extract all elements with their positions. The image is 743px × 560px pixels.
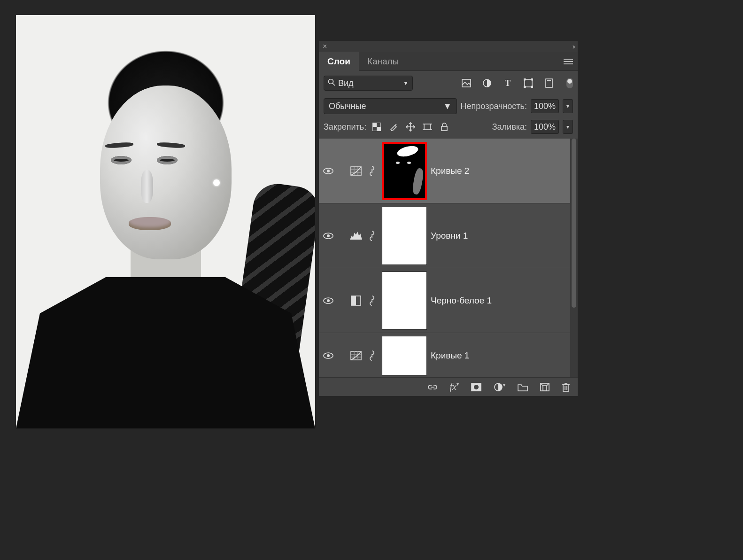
lock-all-icon[interactable] [440, 122, 449, 132]
svg-point-10 [524, 86, 526, 88]
layer-mask-thumb[interactable] [382, 142, 427, 200]
svg-point-34 [327, 234, 330, 237]
svg-point-26 [327, 170, 330, 172]
opacity-chevron[interactable]: ▾ [563, 99, 573, 113]
document-canvas[interactable] [16, 15, 315, 428]
lock-label: Закрепить: [324, 122, 366, 132]
svg-rect-19 [424, 124, 431, 130]
adjustment-thumb[interactable] [346, 232, 366, 240]
svg-rect-7 [525, 79, 532, 87]
adjustment-thumb[interactable] [346, 296, 366, 306]
layer-name[interactable]: Черно-белое 1 [431, 296, 492, 306]
adjust-filter-icon[interactable] [482, 78, 492, 88]
layer-mask-thumb[interactable] [382, 272, 427, 330]
opacity-value[interactable]: 100% [531, 99, 559, 113]
visibility-toggle[interactable] [319, 232, 338, 240]
visibility-toggle[interactable] [319, 352, 338, 359]
lock-brush-icon[interactable] [389, 122, 398, 132]
lock-move-icon[interactable] [406, 122, 415, 132]
mask-link-icon[interactable] [366, 296, 378, 306]
visibility-toggle[interactable] [319, 167, 338, 175]
tab-channels[interactable]: Каналы [359, 52, 407, 71]
svg-rect-13 [547, 80, 551, 81]
layer-name[interactable]: Кривые 1 [431, 350, 469, 361]
close-panel-icon[interactable]: × [323, 42, 327, 51]
svg-point-50 [474, 385, 479, 389]
blend-mode-select[interactable]: Обычные ▼ [324, 98, 457, 114]
mask-icon[interactable] [471, 383, 481, 391]
chevron-down-icon: ▼ [443, 101, 452, 111]
svg-line-4 [333, 83, 335, 86]
trash-icon[interactable] [562, 382, 570, 392]
layer-kind-select[interactable]: Вид ▼ [324, 76, 413, 91]
svg-rect-15 [377, 127, 381, 131]
blend-mode-value: Обычные [329, 101, 366, 111]
mask-link-icon[interactable] [366, 166, 378, 176]
kind-label: Вид [338, 78, 354, 88]
search-icon [328, 78, 335, 88]
new-layer-icon[interactable] [540, 383, 550, 391]
svg-rect-53 [543, 386, 547, 391]
portrait-image [16, 15, 315, 428]
layer-name[interactable]: Кривые 2 [431, 166, 469, 176]
lock-transparency-icon[interactable] [372, 122, 381, 132]
tab-layers[interactable]: Слои [319, 52, 359, 71]
svg-rect-14 [372, 123, 377, 127]
fill-chevron[interactable]: ▾ [563, 120, 573, 134]
shape-filter-icon[interactable] [523, 78, 534, 88]
mask-link-icon[interactable] [366, 350, 378, 361]
fill-value[interactable]: 100% [531, 120, 559, 134]
collapse-panel-icon[interactable]: ›› [573, 43, 574, 50]
layer-row-curves1[interactable]: Кривые 1 [319, 333, 570, 377]
visibility-toggle[interactable] [319, 297, 338, 304]
smart-filter-icon[interactable] [544, 78, 554, 88]
svg-point-42 [327, 354, 330, 357]
layer-row-levels1[interactable]: Уровни 1 [319, 203, 570, 268]
layers-scrollbar[interactable] [570, 139, 578, 377]
svg-point-9 [531, 78, 533, 80]
chevron-down-icon: ▼ [403, 80, 409, 86]
layer-mask-thumb[interactable] [382, 207, 427, 265]
filter-toggle[interactable] [566, 78, 573, 88]
lock-artboard-icon[interactable] [423, 122, 432, 132]
fx-icon[interactable]: fx ▾ [450, 381, 459, 392]
mask-link-icon[interactable] [366, 231, 378, 241]
svg-rect-54 [563, 385, 569, 391]
fill-label: Заливка: [492, 122, 527, 132]
adjustment-thumb[interactable] [346, 166, 366, 176]
group-icon[interactable] [518, 383, 528, 391]
panel-menu-icon[interactable] [564, 58, 573, 65]
svg-point-8 [524, 78, 526, 80]
svg-point-11 [531, 86, 533, 88]
opacity-label: Непрозрачность: [461, 101, 527, 111]
adjustment-thumb[interactable] [346, 351, 366, 360]
layer-mask-thumb[interactable] [382, 336, 427, 375]
layer-name[interactable]: Уровни 1 [431, 231, 468, 241]
svg-point-37 [327, 299, 330, 302]
svg-rect-24 [441, 126, 447, 131]
image-filter-icon[interactable] [461, 78, 472, 88]
layer-row-curves2[interactable]: Кривые 2 [319, 139, 570, 203]
link-icon[interactable] [427, 384, 438, 390]
type-filter-icon[interactable]: T [503, 78, 513, 88]
layers-panel: × ›› Слои Каналы Вид ▼ T Обычные ▼ [319, 41, 578, 396]
svg-rect-12 [546, 79, 552, 87]
layer-row-bw1[interactable]: Черно-белое 1 [319, 268, 570, 333]
svg-rect-39 [351, 296, 356, 305]
adjustment-icon[interactable]: ▾ [494, 382, 505, 392]
